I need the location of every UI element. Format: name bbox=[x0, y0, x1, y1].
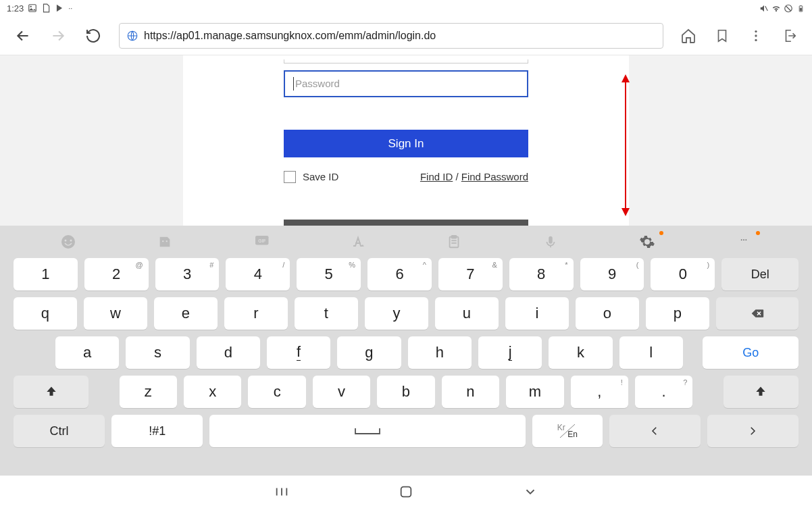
left-arrow-key[interactable] bbox=[609, 415, 701, 447]
key-s[interactable]: s bbox=[126, 336, 189, 369]
key-y[interactable]: y bbox=[365, 297, 428, 330]
address-bar[interactable] bbox=[119, 23, 663, 49]
find-links: Find ID / Find Password bbox=[420, 171, 528, 182]
key-c[interactable]: c bbox=[248, 376, 305, 408]
find-id-link[interactable]: Find ID bbox=[420, 171, 453, 182]
text-style-icon[interactable] bbox=[345, 232, 372, 251]
bottom-row: Ctrl !#1 Kr En bbox=[14, 415, 798, 447]
key-f[interactable]: f bbox=[267, 336, 330, 369]
key-4[interactable]: 4/ bbox=[226, 258, 290, 290]
key-k[interactable]: k bbox=[549, 336, 612, 369]
key-g[interactable]: g bbox=[337, 336, 401, 369]
android-nav-bar bbox=[0, 476, 812, 508]
more-dots: ·· bbox=[68, 4, 72, 12]
url-input[interactable] bbox=[144, 30, 656, 42]
right-arrow-key[interactable] bbox=[707, 415, 798, 447]
settings-icon[interactable] bbox=[634, 232, 661, 251]
id-field-bottom-edge bbox=[284, 59, 528, 63]
key-z[interactable]: z bbox=[120, 376, 177, 408]
shift-key-left[interactable] bbox=[14, 376, 88, 408]
sticker-icon[interactable] bbox=[151, 232, 178, 251]
qwerty-row-2: asdfghjklGo bbox=[14, 336, 798, 369]
svg-line-2 bbox=[765, 6, 768, 11]
key-v[interactable]: v bbox=[313, 376, 370, 408]
key-0[interactable]: 0) bbox=[651, 258, 715, 290]
key-a[interactable]: a bbox=[55, 336, 119, 369]
bookmark-button[interactable] bbox=[713, 27, 731, 45]
key-n[interactable]: n bbox=[442, 376, 499, 408]
home-button[interactable] bbox=[680, 27, 697, 45]
key-d[interactable]: d bbox=[197, 336, 260, 369]
no-sim-icon bbox=[784, 3, 793, 13]
key-w[interactable]: w bbox=[84, 297, 147, 330]
delete-key[interactable]: Del bbox=[721, 258, 798, 290]
svg-rect-0 bbox=[29, 5, 36, 12]
key-l[interactable]: l bbox=[619, 336, 683, 369]
key-u[interactable]: u bbox=[435, 297, 499, 330]
key-i[interactable]: i bbox=[505, 297, 569, 330]
recents-button[interactable] bbox=[274, 484, 290, 500]
key-j[interactable]: j bbox=[478, 336, 542, 369]
key-r[interactable]: r bbox=[224, 297, 288, 330]
exit-button[interactable] bbox=[781, 27, 798, 45]
status-bar: 1:23 ·· bbox=[0, 0, 812, 16]
space-key[interactable] bbox=[209, 415, 526, 447]
key-5[interactable]: 5% bbox=[297, 258, 361, 290]
key-7[interactable]: 7& bbox=[438, 258, 503, 290]
key-8[interactable]: 8* bbox=[509, 258, 574, 290]
key-3[interactable]: 3# bbox=[155, 258, 220, 290]
home-nav-button[interactable] bbox=[398, 484, 414, 500]
shift-key-right[interactable] bbox=[724, 376, 798, 408]
forward-button[interactable] bbox=[49, 26, 68, 45]
ctrl-key[interactable]: Ctrl bbox=[14, 415, 105, 447]
back-button[interactable] bbox=[14, 26, 32, 45]
svg-rect-26 bbox=[549, 236, 553, 244]
keyboard-toolbar: GIF bbox=[0, 226, 812, 258]
key-e[interactable]: e bbox=[154, 297, 218, 330]
status-right bbox=[759, 3, 805, 13]
more-icon[interactable] bbox=[730, 232, 757, 251]
key-t[interactable]: t bbox=[295, 297, 358, 330]
key-b[interactable]: b bbox=[377, 376, 434, 408]
key-9[interactable]: 9( bbox=[580, 258, 644, 290]
key-2[interactable]: 2@ bbox=[84, 258, 149, 290]
clipboard-icon[interactable] bbox=[440, 232, 467, 251]
voice-icon[interactable] bbox=[537, 232, 564, 251]
signin-button[interactable]: Sign In bbox=[284, 130, 528, 157]
find-password-link[interactable]: Find Password bbox=[461, 171, 528, 182]
key-q[interactable]: q bbox=[14, 297, 77, 330]
key-m[interactable]: m bbox=[506, 376, 563, 408]
reload-button[interactable] bbox=[84, 26, 103, 45]
emoji-icon[interactable] bbox=[55, 232, 82, 251]
key-x[interactable]: x bbox=[184, 376, 241, 408]
symbols-key[interactable]: !#1 bbox=[111, 415, 203, 447]
svg-rect-6 bbox=[800, 5, 801, 5]
qwerty-row-1: qwertyuiop bbox=[14, 297, 798, 330]
key-6[interactable]: 6^ bbox=[367, 258, 432, 290]
gif-icon[interactable]: GIF bbox=[248, 232, 275, 251]
language-key[interactable]: Kr En bbox=[532, 415, 603, 447]
svg-rect-23 bbox=[452, 236, 457, 238]
menu-button[interactable] bbox=[747, 27, 765, 45]
key-o[interactable]: o bbox=[576, 297, 639, 330]
page-content[interactable]: Password Sign In Save ID Find ID / Find … bbox=[0, 55, 812, 226]
checkbox-icon[interactable] bbox=[284, 171, 296, 183]
browser-toolbar bbox=[0, 16, 812, 55]
go-key[interactable]: Go bbox=[703, 336, 798, 369]
svg-point-9 bbox=[755, 30, 757, 32]
save-id-checkbox[interactable]: Save ID bbox=[284, 171, 338, 183]
key-h[interactable]: h bbox=[408, 336, 472, 369]
key-p[interactable]: p bbox=[646, 297, 709, 330]
login-options-row: Save ID Find ID / Find Password bbox=[284, 171, 528, 183]
backspace-key[interactable] bbox=[716, 297, 798, 330]
number-row: 12@3#4/5%6^7&8*9(0)Del bbox=[14, 258, 798, 290]
period-key[interactable]: .? bbox=[635, 376, 692, 408]
comma-key[interactable]: ,! bbox=[571, 376, 628, 408]
svg-marker-14 bbox=[621, 208, 630, 216]
keyboard-hide-button[interactable] bbox=[522, 484, 538, 500]
svg-line-4 bbox=[786, 6, 791, 11]
footer-bar-top bbox=[284, 220, 528, 226]
password-field[interactable]: Password bbox=[284, 70, 528, 98]
key-1[interactable]: 1 bbox=[14, 258, 78, 290]
svg-point-1 bbox=[30, 6, 32, 7]
